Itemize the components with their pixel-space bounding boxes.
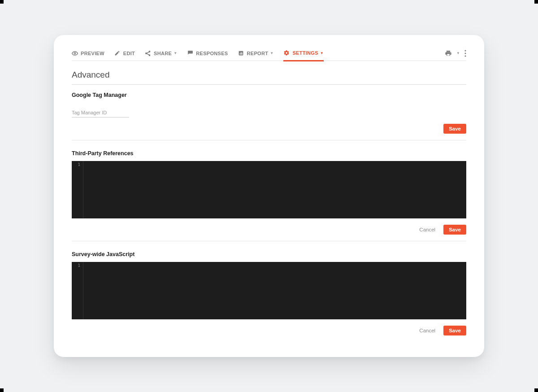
section-gtm-title: Google Tag Manager (72, 92, 466, 98)
svg-point-10 (464, 55, 466, 57)
svg-point-2 (149, 51, 150, 52)
main-toolbar: PREVIEW EDIT SHARE ▼ RESPONSES (72, 46, 466, 61)
more-vertical-icon (464, 50, 466, 57)
tab-report[interactable]: REPORT ▼ (238, 46, 274, 61)
tag-manager-id-input[interactable] (72, 109, 129, 118)
survey-js-code-editor[interactable]: 1 (72, 262, 466, 319)
editor-gutter: 1 (72, 262, 83, 319)
svg-rect-6 (241, 52, 241, 54)
section-survey-js-title: Survey-wide JavaScript (72, 251, 466, 257)
section-third-party-title: Third-Party References (72, 150, 466, 157)
line-number: 1 (72, 162, 80, 167)
eye-icon (72, 50, 78, 57)
tab-edit[interactable]: EDIT (114, 46, 135, 61)
svg-point-3 (149, 54, 150, 55)
tab-report-label: REPORT (247, 51, 269, 56)
gear-icon (283, 50, 290, 56)
tab-settings-label: SETTINGS (292, 50, 318, 56)
gtm-save-button[interactable]: Save (443, 124, 466, 134)
page-title: Advanced (72, 70, 466, 85)
tab-preview[interactable]: PREVIEW (72, 46, 104, 61)
chevron-down-icon: ▼ (320, 51, 324, 55)
tab-edit-label: EDIT (123, 51, 135, 56)
svg-point-1 (146, 52, 147, 53)
more-menu-button[interactable] (464, 50, 466, 57)
chart-icon (238, 50, 244, 57)
print-button[interactable] (445, 50, 452, 57)
print-dropdown[interactable]: ▼ (456, 51, 460, 55)
svg-point-0 (74, 52, 76, 54)
editor-body[interactable] (83, 262, 466, 319)
tab-share[interactable]: SHARE ▼ (145, 46, 177, 61)
line-number: 1 (72, 263, 80, 268)
third-party-save-button[interactable]: Save (443, 225, 466, 235)
survey-js-save-button[interactable]: Save (443, 326, 466, 335)
chat-icon (187, 50, 193, 57)
editor-body[interactable] (83, 161, 466, 218)
third-party-code-editor[interactable]: 1 (72, 161, 466, 218)
print-icon (445, 50, 452, 57)
share-icon (145, 50, 151, 57)
third-party-cancel-button[interactable]: Cancel (419, 227, 435, 232)
svg-rect-7 (242, 52, 242, 54)
tab-responses[interactable]: RESPONSES (187, 46, 228, 61)
tab-settings[interactable]: SETTINGS ▼ (283, 46, 324, 61)
editor-gutter: 1 (72, 161, 83, 218)
svg-rect-5 (240, 53, 240, 55)
chevron-down-icon: ▼ (174, 51, 177, 55)
tab-share-label: SHARE (154, 51, 172, 56)
svg-point-8 (464, 50, 466, 51)
app-window: PREVIEW EDIT SHARE ▼ RESPONSES (54, 35, 484, 357)
svg-point-9 (464, 52, 466, 54)
pencil-icon (114, 50, 121, 57)
survey-js-cancel-button[interactable]: Cancel (419, 328, 435, 333)
tab-preview-label: PREVIEW (81, 51, 104, 56)
chevron-down-icon: ▼ (270, 51, 273, 55)
tab-responses-label: RESPONSES (196, 51, 228, 56)
